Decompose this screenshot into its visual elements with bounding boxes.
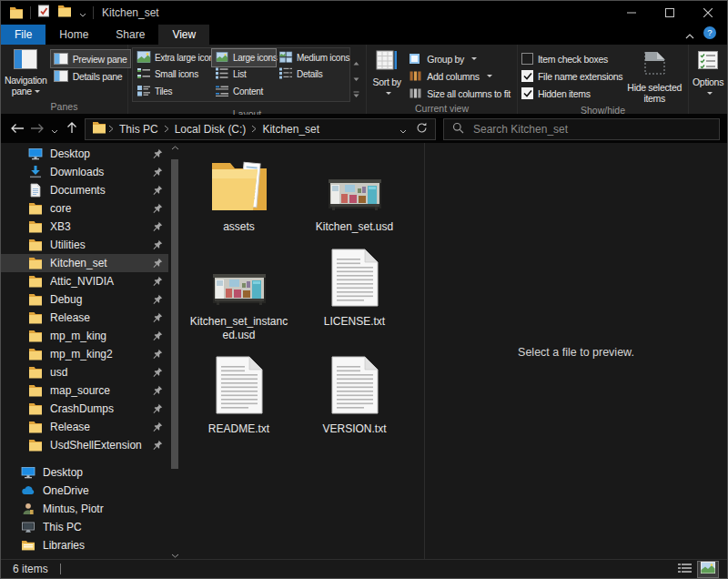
size-columns-button[interactable]: Size all columns to fit: [405, 85, 513, 102]
address-dropdown-button[interactable]: [399, 121, 407, 137]
file-item-kitchen-set-instanced-usd[interactable]: Kitchen_set_instanced.usd: [181, 243, 297, 350]
sidebar-item-usd[interactable]: usd: [1, 363, 168, 381]
minimize-button[interactable]: [612, 1, 651, 25]
file-item-version-txt[interactable]: VERSION.txt: [297, 350, 412, 445]
scroll-down-icon[interactable]: [170, 554, 179, 558]
sidebar-item-crashdumps[interactable]: CrashDumps: [1, 400, 168, 418]
search-box[interactable]: [443, 118, 720, 140]
tab-share[interactable]: Share: [102, 25, 158, 45]
checkbox-hidden-items[interactable]: Hidden items: [521, 85, 622, 102]
sidebar-item-kitchen-set[interactable]: Kitchen_set: [1, 254, 168, 272]
forward-button[interactable]: [28, 119, 46, 139]
details-view-icon: [678, 561, 692, 577]
file-item-license-txt[interactable]: LICENSE.txt: [297, 243, 412, 350]
checkbox-file-name-extensions[interactable]: File name extensions: [521, 67, 622, 85]
sidebar-item-downloads[interactable]: Downloads: [1, 163, 168, 181]
gallery-scroll-up-icon[interactable]: [353, 53, 359, 69]
sidebar-item-mp-m-king[interactable]: mp_m_king: [1, 327, 168, 345]
customize-qat-button[interactable]: [79, 5, 86, 21]
file-list: assetsKitchen_set.usdKitchen_set_instanc…: [181, 148, 412, 445]
layout-option-small-icons[interactable]: Small icons: [134, 66, 212, 84]
scroll-up-icon[interactable]: [170, 146, 179, 150]
recent-locations-button[interactable]: [48, 119, 61, 139]
sidebar-item-label: Release: [50, 311, 152, 324]
thumbnail-view-button[interactable]: [698, 562, 718, 577]
layout-option-medium-icons[interactable]: Medium icons: [276, 49, 349, 66]
help-button[interactable]: ?: [703, 26, 716, 43]
tab-home[interactable]: Home: [46, 25, 102, 45]
checkbox-icon: [521, 53, 533, 65]
sidebar-item-xb3[interactable]: XB3: [1, 218, 168, 236]
file-item-assets[interactable]: assets: [181, 148, 297, 243]
sidebar-item-usdshellextension[interactable]: UsdShellExtension: [1, 436, 168, 454]
tab-file[interactable]: File: [1, 25, 46, 45]
tab-view[interactable]: View: [158, 25, 209, 45]
scrollbar-thumb[interactable]: [171, 159, 178, 469]
folder-icon: [28, 330, 43, 342]
minimize-icon: [627, 5, 636, 21]
new-folder-button[interactable]: [57, 5, 72, 21]
sidebar-item-debug[interactable]: Debug: [1, 290, 168, 309]
folder-icon: [28, 384, 43, 397]
file-item-kitchen-set-usd[interactable]: Kitchen_set.usd: [297, 148, 412, 243]
sidebar-item-mintus-piotr[interactable]: Mintus, Piotr: [1, 500, 168, 518]
sort-by-button[interactable]: Sort by: [370, 47, 403, 102]
sidebar-item-label: CrashDumps: [50, 402, 152, 415]
usd-thumbnail-icon: [327, 178, 383, 216]
details-pane-button[interactable]: Details pane: [51, 67, 130, 85]
folder-icon: [28, 239, 43, 251]
sidebar-item-desktop[interactable]: Desktop: [1, 145, 168, 163]
search-input[interactable]: [471, 122, 699, 137]
refresh-button[interactable]: [416, 121, 428, 137]
sidebar-item-this-pc[interactable]: This PC: [1, 518, 168, 536]
sidebar-item-attic-nvidia[interactable]: Attic_NVIDIA: [1, 272, 168, 290]
layout-option-large-icons[interactable]: Large icons: [212, 49, 276, 66]
sidebar-item-libraries[interactable]: Libraries: [1, 536, 168, 554]
folder-large-icon: [209, 148, 269, 216]
sidebar-item-utilities[interactable]: Utilities: [1, 236, 168, 254]
group-by-button[interactable]: Group by: [405, 50, 513, 67]
preview-pane-button[interactable]: Preview pane: [51, 50, 130, 67]
add-columns-button[interactable]: Add columns: [405, 67, 513, 85]
dropdown-arrow-icon: [386, 92, 391, 95]
title-bar: Kitchen_set: [1, 1, 727, 25]
layout-option-list[interactable]: List: [212, 66, 276, 84]
details-view-button[interactable]: [674, 562, 694, 577]
sidebar-item-release[interactable]: Release: [1, 418, 168, 436]
gallery-more-icon[interactable]: [353, 86, 359, 102]
explorer-app-icon: [9, 6, 24, 19]
sidebar-item-mp-m-king2[interactable]: mp_m_king2: [1, 345, 168, 363]
file-item-readme-txt[interactable]: README.txt: [181, 350, 297, 445]
sidebar-item-release[interactable]: Release: [1, 309, 168, 327]
up-button[interactable]: [63, 119, 81, 139]
hide-selected-items-button[interactable]: Hide selected items: [625, 47, 683, 104]
back-button[interactable]: [8, 119, 26, 139]
breadcrumb-segment-kitchen-set[interactable]: Kitchen_set: [258, 123, 323, 136]
sidebar-item-map-source[interactable]: map_source: [1, 381, 168, 400]
checkbox-item-check-boxes[interactable]: Item check boxes: [521, 50, 622, 67]
sidebar-item-documents[interactable]: Documents: [1, 181, 168, 199]
properties-button[interactable]: [37, 5, 50, 21]
sidebar-item-desktop[interactable]: Desktop: [1, 463, 168, 482]
navigation-pane-button[interactable]: Navigation pane: [5, 47, 47, 100]
layout-option-details[interactable]: Details: [276, 66, 349, 84]
breadcrumb-segment-this-pc[interactable]: This PC: [116, 123, 162, 136]
current-view-group: Sort by Group by Add columns Size all co…: [367, 45, 518, 114]
options-button[interactable]: Options: [693, 47, 723, 100]
maximize-button[interactable]: [651, 1, 689, 25]
file-item-label: VERSION.txt: [322, 422, 386, 436]
sidebar-item-onedrive[interactable]: OneDrive: [1, 482, 168, 500]
address-breadcrumb[interactable]: This PCLocal Disk (C:)Kitchen_set: [85, 118, 436, 140]
folder-icon: [28, 402, 43, 415]
close-button[interactable]: [689, 1, 727, 25]
sidebar-item-core[interactable]: core: [1, 199, 168, 218]
layout-option-tiles[interactable]: Tiles: [134, 83, 212, 100]
layout-option-extra-large-icons[interactable]: Extra large icons: [134, 49, 212, 66]
sidebar-scrollbar[interactable]: [169, 143, 180, 561]
collapse-ribbon-button[interactable]: [685, 26, 694, 43]
breadcrumb-segment-local-disk-c[interactable]: Local Disk (C:): [171, 123, 250, 136]
folder-icon: [28, 257, 43, 269]
usd-thumbnail-icon: [211, 243, 268, 310]
layout-option-content[interactable]: Content: [212, 83, 276, 100]
gallery-scroll-down-icon[interactable]: [353, 69, 359, 86]
